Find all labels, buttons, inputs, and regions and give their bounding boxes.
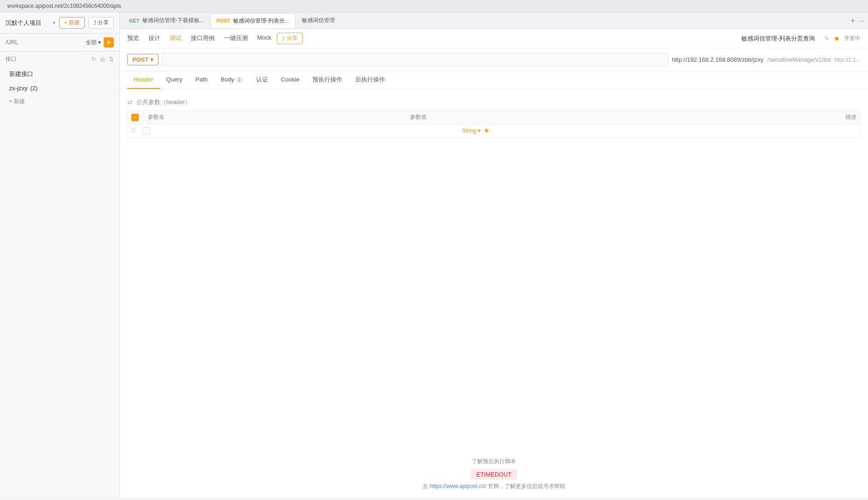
req-tab-query-label: Query bbox=[166, 76, 182, 83]
tab-get-label: 敏感词信管理-下载模板... bbox=[142, 17, 204, 24]
section-title-text: 接口 bbox=[6, 55, 17, 63]
url-base-text: http://192.168.2.168:8089/zbb/jzxy bbox=[672, 56, 764, 63]
method-chevron-icon: ▾ bbox=[150, 56, 153, 63]
req-tab-auth-label: 认证 bbox=[256, 76, 268, 84]
tab-plain-item[interactable]: 敏感词信管理 bbox=[296, 13, 340, 28]
req-tab-body-badge: 1 bbox=[235, 76, 243, 83]
params-row: ⠿ String ▾ ✱ bbox=[127, 124, 861, 138]
tab-mock[interactable]: Mock bbox=[257, 34, 271, 43]
edit-icon[interactable]: ✎ bbox=[824, 35, 829, 42]
req-tab-path[interactable]: Path bbox=[189, 71, 214, 89]
group-count-label: (2) bbox=[30, 85, 38, 92]
share-orange-button[interactable]: ⤴ 分享 bbox=[277, 33, 303, 44]
req-tab-query[interactable]: Query bbox=[160, 71, 189, 89]
group-name-label: zx-jzxy bbox=[9, 85, 28, 92]
content-area: GET 敏感词信管理-下载模板... POST 敏感词信管理-列表分... 敏感… bbox=[120, 12, 868, 498]
req-tab-path-label: Path bbox=[195, 76, 208, 83]
url-suffix-text: http://1.1... bbox=[834, 57, 861, 63]
search-input[interactable] bbox=[6, 39, 83, 46]
sidebar-search-bar: 全部 ▾ + bbox=[0, 34, 119, 52]
refresh-icon[interactable]: ↻ bbox=[91, 56, 96, 63]
url-path-text: /sensitiveManage/v1/list bbox=[767, 56, 831, 63]
share-icon: ⤴ bbox=[94, 20, 96, 26]
bottom-hint: 去 https://www.apipost.cn/ 官网，了解更多信息或寻求帮助 bbox=[127, 483, 861, 490]
tab-examples[interactable]: 接口用例 bbox=[191, 34, 215, 43]
new-api-label: 新建接口 bbox=[9, 70, 33, 78]
sidebar-item-new-api[interactable]: 新建接口 bbox=[0, 67, 119, 81]
sidebar-actions: + 新建 ⤴ 分享 bbox=[59, 17, 114, 29]
share-orange-icon: ⤴ bbox=[282, 35, 285, 42]
tab-design[interactable]: 设计 bbox=[148, 34, 160, 43]
learn-script-text: 了解预后执行脚本 bbox=[127, 458, 861, 465]
filter-dropdown[interactable]: 全部 ▾ bbox=[86, 39, 101, 47]
sidebar-item-group[interactable]: zx-jzxy (2) bbox=[0, 81, 119, 95]
req-tab-auth[interactable]: 认证 bbox=[250, 71, 275, 89]
public-header-icon: ⇄ bbox=[127, 99, 133, 106]
param-desc-input[interactable] bbox=[801, 128, 856, 134]
tab-plain-label: 敏感词信管理 bbox=[302, 17, 335, 24]
tab-preview[interactable]: 预览 bbox=[127, 34, 139, 43]
req-tab-header[interactable]: Header bbox=[127, 71, 160, 89]
req-tab-header-label: Header bbox=[134, 76, 153, 83]
select-all-checkbox[interactable] bbox=[131, 114, 139, 121]
sidebar-section-title: 接口 ↻ ◎ ⇅ bbox=[0, 52, 119, 67]
project-name: 沉默个人项目 bbox=[6, 19, 51, 27]
row-checkbox[interactable] bbox=[142, 127, 150, 134]
new-build-label: + 新建 bbox=[9, 98, 25, 105]
col-value-header: 参数值 bbox=[410, 113, 798, 121]
etimedout-badge: ETIMEDOUT bbox=[471, 469, 517, 480]
req-tab-body[interactable]: Body 1 bbox=[214, 71, 250, 89]
tab-get-method: GET bbox=[129, 18, 140, 23]
share-button[interactable]: ⤴ 分享 bbox=[88, 17, 114, 29]
params-section: ⇄ 公共参数（header） 参数名 参数值 描述 ⠿ String ▾ bbox=[120, 89, 868, 143]
sort-icon[interactable]: ⇅ bbox=[109, 56, 114, 63]
param-type-label: String bbox=[462, 128, 476, 134]
bottom-area: 了解预后执行脚本 ETIMEDOUT 去 https://www.apipost… bbox=[120, 450, 868, 498]
project-chevron-icon[interactable]: ▾ bbox=[53, 20, 55, 25]
url-input[interactable] bbox=[162, 53, 668, 66]
tab-debug[interactable]: 调试 bbox=[170, 34, 182, 43]
sidebar-section-icons: ↻ ◎ ⇅ bbox=[91, 56, 114, 63]
sidebar-new-build[interactable]: + 新建 bbox=[0, 95, 119, 108]
param-value-input[interactable] bbox=[493, 128, 798, 134]
new-button[interactable]: + 新建 bbox=[59, 17, 85, 29]
api-title-icons: ✎ bbox=[824, 35, 829, 42]
tab-actions: + ··· bbox=[850, 17, 864, 25]
method-select[interactable]: POST ▾ bbox=[127, 54, 158, 65]
sidebar: 沉默个人项目 ▾ + 新建 ⤴ 分享 全部 ▾ + 接口 ↻ ◎ bbox=[0, 12, 120, 498]
browser-url-bar: workspace.apipost.net/2c1082456c64000/ap… bbox=[0, 0, 868, 12]
tab-post-item[interactable]: POST 敏感词信管理-列表分... bbox=[211, 13, 295, 28]
bottom-hint-prefix: 去 bbox=[422, 483, 428, 489]
add-circle-button[interactable]: + bbox=[104, 37, 114, 47]
req-tab-pre-exec-label: 预执行操作 bbox=[312, 76, 342, 84]
bottom-hint-link[interactable]: https://www.apipost.cn/ bbox=[430, 483, 487, 489]
param-type-chevron-icon: ▾ bbox=[478, 128, 481, 134]
target-icon[interactable]: ◎ bbox=[100, 56, 105, 63]
col-desc-header: 描述 bbox=[801, 113, 856, 121]
req-tab-cookie[interactable]: Cookie bbox=[275, 71, 306, 89]
drag-handle-icon[interactable]: ⠿ bbox=[131, 127, 139, 134]
col-check-header bbox=[131, 114, 144, 121]
request-tabs: Header Query Path Body 1 认证 Cookie 预执行操作 bbox=[120, 71, 868, 89]
param-type-select[interactable]: String ▾ bbox=[462, 128, 481, 134]
param-name-input[interactable] bbox=[153, 128, 458, 134]
params-table-header: 参数名 参数值 描述 bbox=[127, 110, 861, 124]
col-name-header: 参数名 bbox=[148, 113, 406, 121]
status-text: 开发中 bbox=[844, 35, 861, 42]
req-tab-cookie-label: Cookie bbox=[281, 76, 299, 83]
tab-stress[interactable]: 一键压测 bbox=[224, 34, 248, 43]
tab-post-label: 敏感词信管理-列表分... bbox=[233, 17, 289, 25]
status-dot-icon bbox=[835, 37, 839, 41]
tab-add-button[interactable]: + bbox=[850, 17, 856, 25]
params-public-header: ⇄ 公共参数（header） bbox=[127, 94, 861, 110]
content-spacer bbox=[120, 143, 868, 450]
api-nav-tabs: 预览 设计 调试 接口用例 一键压测 Mock bbox=[127, 34, 271, 43]
tab-more-button[interactable]: ··· bbox=[859, 17, 864, 24]
tab-get-item[interactable]: GET 敏感词信管理-下载模板... bbox=[123, 13, 210, 28]
tab-bar: GET 敏感词信管理-下载模板... POST 敏感词信管理-列表分... 敏感… bbox=[120, 12, 868, 29]
api-header-bar: 预览 设计 调试 接口用例 一键压测 Mock ⤴ 分享 敏感词信管理-列表分页… bbox=[120, 29, 868, 48]
req-tab-post-exec[interactable]: 后执行操作 bbox=[349, 71, 392, 89]
share-orange-label: 分享 bbox=[287, 35, 298, 42]
req-tab-pre-exec[interactable]: 预执行操作 bbox=[306, 71, 349, 89]
bottom-hint-suffix: 官网，了解更多信息或寻求帮助 bbox=[488, 483, 565, 489]
